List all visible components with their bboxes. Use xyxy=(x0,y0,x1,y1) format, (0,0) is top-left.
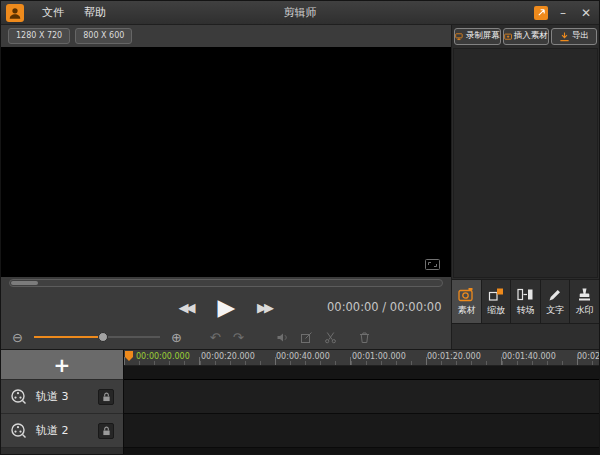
ruler-label-4: 00:01:20.000 xyxy=(427,352,481,361)
tab-text[interactable]: 文字 xyxy=(541,279,571,323)
delete-clip-icon[interactable] xyxy=(356,328,374,346)
timeline-lanes: 00:00:00.000 00:00:20.000 00:00:40.000 0… xyxy=(123,350,599,454)
main-area: 1280 X 720 800 X 600 ◀◀ ▶ ▶▶ xyxy=(1,25,599,349)
tab-zoom-label: 缩放 xyxy=(487,304,505,317)
time-display: 00:00:00 / 00:00:00 xyxy=(327,300,441,314)
edit-clip-icon[interactable] xyxy=(298,328,316,346)
track-label: 轨道 2 xyxy=(36,423,89,438)
timeline-lane-strip xyxy=(124,366,599,380)
resolution-toolbar: 1280 X 720 800 X 600 xyxy=(1,25,451,47)
record-screen-button[interactable]: 录制屏幕 xyxy=(454,28,500,45)
lock-icon xyxy=(102,426,111,436)
preview-scrollbar-thumb[interactable] xyxy=(11,281,38,285)
pencil-icon xyxy=(547,287,564,302)
redo-icon[interactable]: ↷ xyxy=(233,331,244,344)
tab-zoom[interactable]: 缩放 xyxy=(482,279,512,323)
record-screen-label: 录制屏幕 xyxy=(466,30,500,42)
timeline-lane-track-3[interactable] xyxy=(124,380,599,414)
tab-watermark[interactable]: 水印 xyxy=(570,279,599,323)
panel-footer xyxy=(452,323,599,349)
insert-media-label: 插入素材 xyxy=(514,30,548,42)
timeline-toolbar: ⊖ ⊕ ↶ ↷ xyxy=(1,325,451,349)
resolution-button-1280x720[interactable]: 1280 X 720 xyxy=(8,28,70,44)
rewind-button[interactable]: ◀◀ xyxy=(178,300,195,315)
preview-scrollbar-row xyxy=(1,277,451,289)
timeline-zoom-slider[interactable] xyxy=(34,336,160,338)
editor-left-column: 1280 X 720 800 X 600 ◀◀ ▶ ▶▶ xyxy=(1,25,451,349)
titlebar: 文件 帮助 剪辑师 – ✕ xyxy=(1,1,599,25)
zoom-slider-fill xyxy=(34,336,103,338)
mute-icon[interactable] xyxy=(274,328,292,346)
media-library-list[interactable] xyxy=(453,48,598,278)
scissors-icon[interactable] xyxy=(322,328,340,346)
ruler-label-6: 00:02:00.000 xyxy=(577,352,599,361)
menu-item-help[interactable]: 帮助 xyxy=(74,2,116,23)
window-controls: – ✕ xyxy=(534,6,594,20)
camera-icon xyxy=(458,287,475,302)
track-header-3[interactable]: 轨道 3 xyxy=(1,380,123,414)
app-logo-icon xyxy=(6,4,24,22)
timeline-lanes-filler xyxy=(124,448,599,454)
media-panel: 录制屏幕 插入素材 导出 xyxy=(451,25,599,349)
ruler-label-2: 00:00:40.000 xyxy=(276,352,330,361)
zoom-out-icon[interactable]: ⊖ xyxy=(12,331,23,344)
transition-icon xyxy=(517,287,534,302)
preview-area xyxy=(1,47,451,277)
tab-material-label: 素材 xyxy=(458,304,476,317)
scale-icon xyxy=(488,287,505,302)
track-lock-button[interactable] xyxy=(98,423,114,439)
film-reel-icon xyxy=(10,422,27,439)
zoom-in-icon[interactable]: ⊕ xyxy=(171,331,182,344)
export-label: 导出 xyxy=(572,30,589,42)
tab-material[interactable]: 素材 xyxy=(452,279,482,323)
lock-icon xyxy=(102,392,111,402)
ruler-label-1: 00:00:20.000 xyxy=(201,352,255,361)
tab-transition-label: 转场 xyxy=(517,304,535,317)
preview-scrollbar-track[interactable] xyxy=(9,279,443,287)
menu-item-file[interactable]: 文件 xyxy=(32,2,74,23)
timeline-lane-track-2[interactable] xyxy=(124,414,599,448)
export-button[interactable]: 导出 xyxy=(551,28,597,45)
fit-screen-icon[interactable] xyxy=(425,259,440,270)
zoom-slider-thumb[interactable] xyxy=(98,332,108,342)
undo-icon[interactable]: ↶ xyxy=(210,331,221,344)
timeline-ruler[interactable]: 00:00:00.000 00:00:20.000 00:00:40.000 0… xyxy=(124,350,599,366)
add-track-button[interactable]: + xyxy=(1,350,123,380)
panel-actions: 录制屏幕 插入素材 导出 xyxy=(452,25,599,47)
panel-tabs: 素材 缩放 转场 xyxy=(452,279,599,323)
resolution-button-800x600[interactable]: 800 X 600 xyxy=(75,28,132,44)
insert-media-button[interactable]: 插入素材 xyxy=(503,28,549,45)
theme-icon[interactable] xyxy=(534,6,548,20)
stamp-icon xyxy=(576,287,593,302)
track-headers: + 轨道 3 xyxy=(1,350,123,454)
play-button[interactable]: ▶ xyxy=(217,296,235,319)
track-label: 轨道 3 xyxy=(36,389,89,404)
film-reel-icon xyxy=(10,388,27,405)
transport-controls: ◀◀ ▶ ▶▶ 00:00:00 / 00:00:00 xyxy=(1,289,451,325)
ruler-label-0: 00:00:00.000 xyxy=(136,352,190,361)
tab-watermark-label: 水印 xyxy=(576,304,594,317)
ruler-label-3: 00:01:00.000 xyxy=(352,352,406,361)
track-header-2[interactable]: 轨道 2 xyxy=(1,414,123,448)
plus-icon: + xyxy=(54,355,71,375)
timeline: + 轨道 3 xyxy=(1,349,599,454)
tab-transition[interactable]: 转场 xyxy=(511,279,541,323)
ruler-label-5: 00:01:40.000 xyxy=(502,352,556,361)
forward-button[interactable]: ▶▶ xyxy=(257,300,274,315)
close-button[interactable]: ✕ xyxy=(578,6,594,20)
tab-text-label: 文字 xyxy=(546,304,564,317)
minimize-button[interactable]: – xyxy=(555,6,571,20)
playhead-marker[interactable] xyxy=(124,350,134,364)
track-headers-filler xyxy=(1,448,123,454)
track-lock-button[interactable] xyxy=(98,389,114,405)
app-window: 文件 帮助 剪辑师 – ✕ 1280 X 720 800 X 600 xyxy=(0,0,600,455)
